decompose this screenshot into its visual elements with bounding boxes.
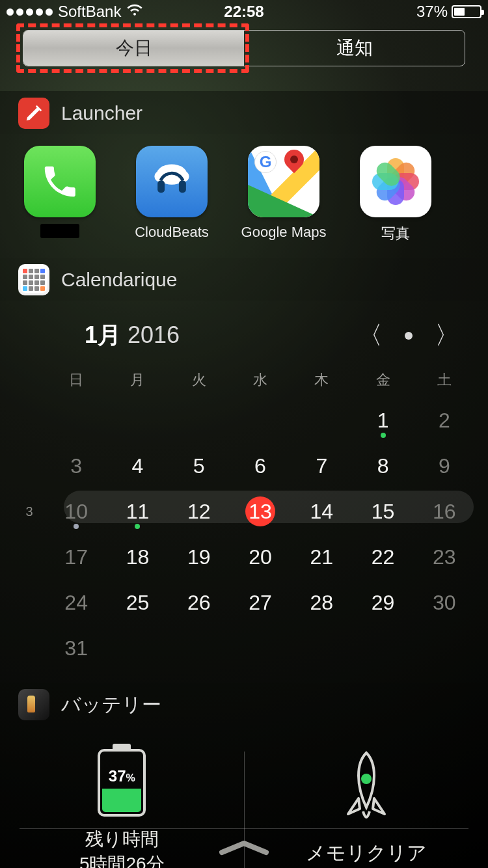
- calendar-day[interactable]: 17: [46, 536, 107, 578]
- calendar-day[interactable]: 6: [230, 444, 291, 487]
- carrier-label: SoftBank: [58, 3, 121, 21]
- battery-percent-label: 37%: [416, 3, 448, 21]
- svg-point-5: [361, 774, 372, 784]
- calendar-day: [169, 399, 230, 442]
- clock: 22:58: [224, 3, 264, 21]
- launcher-widget-header: Launcher: [0, 91, 488, 134]
- calendar-day[interactable]: 24: [46, 581, 107, 624]
- calendar-day[interactable]: 3: [46, 444, 107, 487]
- battery-gauge-icon: 37%: [98, 749, 146, 817]
- calendar-month: 1月: [85, 321, 121, 348]
- calendar-day: [107, 399, 168, 442]
- battery-icon: [452, 5, 481, 18]
- dow-label: 日: [46, 368, 107, 396]
- calendar-day: [169, 627, 230, 670]
- calendar-day[interactable]: 8: [352, 444, 413, 487]
- calendar-day[interactable]: 21: [291, 536, 352, 578]
- battery-percent-suffix: %: [126, 772, 135, 783]
- wifi-icon: [126, 1, 143, 22]
- calendar-day[interactable]: 19: [169, 536, 230, 578]
- dow-label: 木: [291, 368, 352, 396]
- calendar-day[interactable]: 13: [230, 490, 291, 533]
- calendar-day[interactable]: 29: [352, 581, 413, 624]
- calendar-day[interactable]: 2: [414, 399, 475, 442]
- photos-icon: [360, 146, 431, 217]
- app-tile-googlemaps[interactable]: G Google Maps: [245, 146, 323, 243]
- calendar-day[interactable]: 4: [107, 444, 168, 487]
- calendar-day[interactable]: 22: [352, 536, 413, 578]
- battery-remaining-value: 5時間26分: [79, 852, 165, 868]
- app-label: Google Maps: [241, 224, 327, 241]
- calendar-day[interactable]: 12: [169, 490, 230, 533]
- calendar-day[interactable]: 28: [291, 581, 352, 624]
- memory-clear-label: メモリクリア: [306, 840, 427, 867]
- battery-widget-header: バッテリー: [0, 683, 488, 726]
- calendar-day[interactable]: 30: [414, 581, 475, 624]
- calendar-day[interactable]: 27: [230, 581, 291, 624]
- event-dot-icon: [381, 433, 386, 438]
- week-number: [13, 581, 46, 624]
- battery-remaining-label: 残り時間: [79, 827, 165, 852]
- memory-clear-button[interactable]: メモリクリア: [245, 749, 489, 868]
- calendar-day[interactable]: 11: [107, 490, 168, 533]
- grabber-handle[interactable]: [218, 839, 270, 859]
- app-label: 写真: [381, 224, 410, 243]
- calendar-day[interactable]: 23: [414, 536, 475, 578]
- battery-widget-title: バッテリー: [61, 692, 161, 718]
- calendar-day: [230, 627, 291, 670]
- launcher-app-icon: [18, 98, 49, 129]
- calendar-day: [352, 627, 413, 670]
- status-bar: SoftBank 22:58 37%: [0, 0, 488, 23]
- calendar-day[interactable]: 25: [107, 581, 168, 624]
- calendar-prev-button[interactable]: 〈: [358, 319, 383, 352]
- calendar-day: [46, 399, 107, 442]
- calendar-day[interactable]: 26: [169, 581, 230, 624]
- separator: [20, 828, 468, 829]
- launcher-grid: CloudBeats G Google Maps 写真: [0, 134, 488, 258]
- app-tile-phone[interactable]: [21, 146, 99, 243]
- calendar-day[interactable]: 15: [352, 490, 413, 533]
- dow-label: 火: [169, 368, 230, 396]
- calendar-day[interactable]: 9: [414, 444, 475, 487]
- week-number: [13, 536, 46, 578]
- week-number: 3: [13, 490, 46, 533]
- calendar-day[interactable]: 5: [169, 444, 230, 487]
- dow-label: 土: [414, 368, 475, 396]
- calendar-day[interactable]: 14: [291, 490, 352, 533]
- week-number: [13, 444, 46, 487]
- tab-today[interactable]: 今日: [23, 31, 244, 66]
- calendar-day[interactable]: 18: [107, 536, 168, 578]
- battery-percent-number: 37: [109, 767, 126, 785]
- calendar-day[interactable]: 16: [414, 490, 475, 533]
- calendar-grid: 日月火水木金土123456789310111213141516171819202…: [13, 368, 475, 670]
- launcher-title: Launcher: [61, 102, 142, 124]
- calendar-today-button[interactable]: [405, 332, 413, 340]
- signal-strength-icon: [7, 8, 53, 16]
- calendar-day[interactable]: 7: [291, 444, 352, 487]
- battery-status-column: 37% 残り時間 5時間26分: [0, 749, 244, 868]
- svg-rect-4: [179, 180, 186, 193]
- app-tile-photos[interactable]: 写真: [357, 146, 435, 243]
- cloudbeats-icon: [136, 146, 208, 217]
- dow-label: 水: [230, 368, 291, 396]
- event-dot-icon: [135, 524, 140, 529]
- phone-icon: [24, 146, 96, 217]
- calendar-day[interactable]: 1: [352, 399, 413, 442]
- svg-rect-3: [157, 180, 165, 193]
- calendarique-widget-header: Calendarique: [0, 258, 488, 301]
- calendarique-app-icon: [18, 264, 49, 295]
- calendar-next-button[interactable]: 〉: [435, 319, 459, 352]
- calendar-day[interactable]: 10: [46, 490, 107, 533]
- week-number: [13, 399, 46, 442]
- battery-app-icon: [18, 689, 49, 720]
- calendar-day[interactable]: 31: [46, 627, 107, 670]
- app-tile-cloudbeats[interactable]: CloudBeats: [133, 146, 211, 243]
- calendarique-title: Calendarique: [61, 269, 177, 291]
- week-number: [13, 627, 46, 670]
- calendar-day[interactable]: 20: [230, 536, 291, 578]
- today-notifications-segment: 今日 通知: [23, 30, 465, 66]
- calendar-widget: 1月 2016 〈 〉 日月火水木金土123456789310111213141…: [0, 301, 488, 683]
- calendar-day: [291, 627, 352, 670]
- calendar-day: [230, 399, 291, 442]
- tab-notifications[interactable]: 通知: [244, 31, 465, 66]
